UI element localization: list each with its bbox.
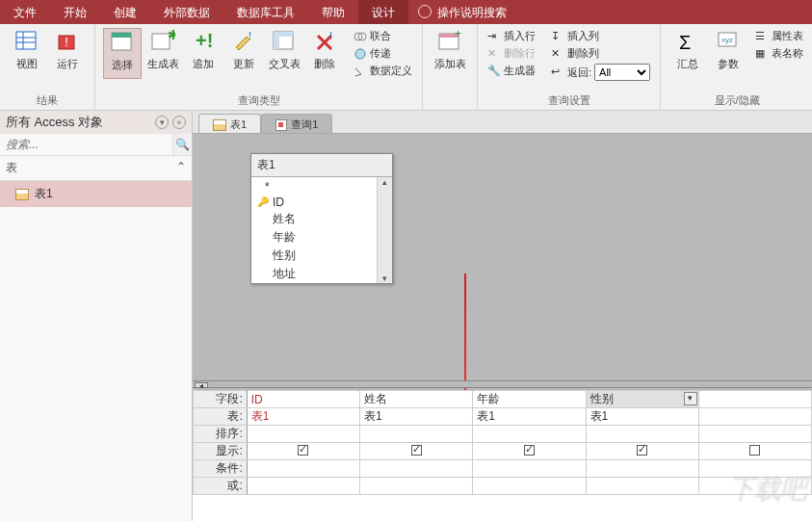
field-all[interactable]: * (251, 179, 377, 195)
nav-search-input[interactable] (0, 134, 172, 155)
tab-query1[interactable]: 查询1 (261, 114, 332, 133)
return-select[interactable]: All (594, 64, 650, 81)
menu-help[interactable]: 帮助 (308, 0, 358, 24)
grid-sort-4[interactable] (698, 426, 811, 443)
grid-sort-0[interactable] (247, 426, 359, 443)
grid-table-0[interactable]: 表1 (247, 408, 359, 426)
nav-collapse-icon[interactable]: « (172, 116, 186, 129)
grid-sort-3[interactable] (586, 426, 698, 443)
grid-criteria-4[interactable] (698, 460, 811, 478)
grid-or-3[interactable] (586, 478, 698, 495)
tablenames-button[interactable]: ▦表名称 (753, 45, 805, 62)
addtable-label: 添加表 (434, 57, 466, 71)
svg-text:!: ! (249, 30, 251, 41)
grid-table-1[interactable]: 表1 (360, 408, 473, 426)
grid-field-4[interactable] (698, 391, 811, 408)
qbe-grid: 字段: ID 姓名 年龄 性别▾ 表: 表1 表1 表1 表1 排序: (193, 390, 812, 521)
row-label-criteria: 条件: (194, 460, 248, 478)
field-address[interactable]: 地址 (251, 265, 377, 283)
grid-show-0[interactable] (247, 443, 359, 460)
run-button[interactable]: ! 运行 (48, 28, 87, 73)
grid-show-3[interactable] (586, 443, 698, 460)
return-label: 返回: (567, 65, 591, 80)
nav-item-table1[interactable]: 表1 (0, 181, 192, 207)
tab-table1[interactable]: 表1 (198, 114, 261, 133)
addtable-button[interactable]: + 添加表 (431, 28, 469, 73)
grid-field-3[interactable]: 性别▾ (586, 391, 698, 408)
grid-or-1[interactable] (360, 478, 473, 495)
nav-category-tables[interactable]: 表 ⌃ (0, 156, 192, 181)
grid-criteria-0[interactable] (247, 460, 359, 478)
union-label: 联合 (370, 29, 391, 43)
table-fieldlist[interactable]: 表1 * 🔑ID 姓名 年龄 性别 地址 ▴▾ (250, 153, 393, 284)
tell-me-search[interactable]: 操作说明搜索 (435, 0, 520, 24)
maketable-button[interactable]: ✱ 生成表 (144, 28, 182, 79)
scroll-left-icon[interactable]: ◂ (195, 382, 208, 388)
menu-create[interactable]: 创建 (100, 0, 150, 24)
datadef-button[interactable]: 数据定义 (352, 63, 414, 79)
update-button[interactable]: ! 更新 (224, 28, 263, 79)
svg-text:✱: ✱ (168, 30, 175, 42)
field-name[interactable]: 姓名 (251, 210, 377, 228)
group-label-qsetup: 查询设置 (485, 93, 652, 108)
deletecol-button[interactable]: ✕删除列 (549, 45, 652, 62)
grid-or-4[interactable] (698, 478, 811, 495)
nav-header[interactable]: 所有 Access 对象 ▾ « (0, 111, 192, 134)
delete-query-button[interactable]: ! 删除 (305, 28, 344, 79)
deleterow-button[interactable]: ✕删除行 (485, 45, 537, 62)
grid-criteria-2[interactable] (473, 460, 586, 478)
passthrough-button[interactable]: 传递 (352, 45, 414, 62)
grid-show-1[interactable] (360, 443, 473, 460)
field-gender[interactable]: 性别 (251, 247, 377, 265)
insertrow-button[interactable]: ⇥插入行 (485, 28, 537, 44)
builder-icon: 🔧 (487, 65, 501, 78)
grid-field-2[interactable]: 年龄 (473, 391, 586, 408)
menu-design[interactable]: 设计 (358, 0, 408, 24)
view-label: 视图 (16, 57, 38, 71)
grid-table-3[interactable]: 表1 (586, 408, 698, 426)
tablenames-icon: ▦ (755, 47, 769, 61)
search-icon[interactable]: 🔍 (172, 134, 192, 155)
field-age[interactable]: 年龄 (251, 228, 377, 247)
dropdown-icon[interactable]: ▾ (684, 392, 697, 405)
grid-table-4[interactable] (698, 408, 811, 426)
menu-external[interactable]: 外部数据 (150, 0, 223, 24)
totals-button[interactable]: Σ 汇总 (668, 28, 707, 73)
grid-or-0[interactable] (247, 478, 359, 495)
nav-dropdown-icon[interactable]: ▾ (155, 116, 169, 129)
pane-splitter[interactable]: ◂ (193, 380, 812, 388)
grid-show-2[interactable] (473, 443, 586, 460)
menu-dbtools[interactable]: 数据库工具 (223, 0, 308, 24)
grid-field-0[interactable]: ID (247, 391, 359, 408)
builder-button[interactable]: 🔧生成器 (485, 63, 537, 79)
delete-icon: ! (312, 30, 337, 55)
grid-criteria-1[interactable] (360, 460, 473, 478)
grid-criteria-3[interactable] (586, 460, 698, 478)
grid-field-1[interactable]: 姓名 (360, 391, 473, 408)
grid-table-2[interactable]: 表1 (473, 408, 586, 426)
view-button[interactable]: 视图 (8, 28, 46, 73)
svg-rect-7 (112, 33, 131, 38)
crosstab-label: 交叉表 (269, 57, 301, 71)
append-button[interactable]: +! 追加 (184, 28, 223, 79)
svg-text:Σ: Σ (679, 32, 691, 53)
grid-sort-2[interactable] (473, 426, 586, 443)
select-label: 选择 (112, 58, 133, 72)
fieldlist-scrollbar[interactable]: ▴▾ (377, 177, 392, 283)
grid-sort-1[interactable] (360, 426, 473, 443)
union-button[interactable]: 联合 (352, 28, 414, 44)
grid-or-2[interactable] (473, 478, 586, 495)
lightbulb-icon (418, 5, 432, 18)
fieldlist-title: 表1 (251, 154, 392, 177)
menu-home[interactable]: 开始 (50, 0, 100, 24)
params-button[interactable]: xyz 参数 (709, 28, 747, 73)
crosstab-button[interactable]: 交叉表 (265, 28, 303, 79)
append-label: 追加 (193, 57, 214, 71)
grid-show-4[interactable] (698, 443, 811, 460)
insertrow-icon: ⇥ (487, 30, 501, 43)
insertcol-button[interactable]: ↧插入列 (549, 28, 652, 44)
propsheet-button[interactable]: ☰属性表 (753, 28, 805, 44)
select-query-button[interactable]: 选择 (103, 28, 142, 79)
menu-file[interactable]: 文件 (0, 0, 50, 24)
field-id[interactable]: 🔑ID (251, 195, 377, 210)
